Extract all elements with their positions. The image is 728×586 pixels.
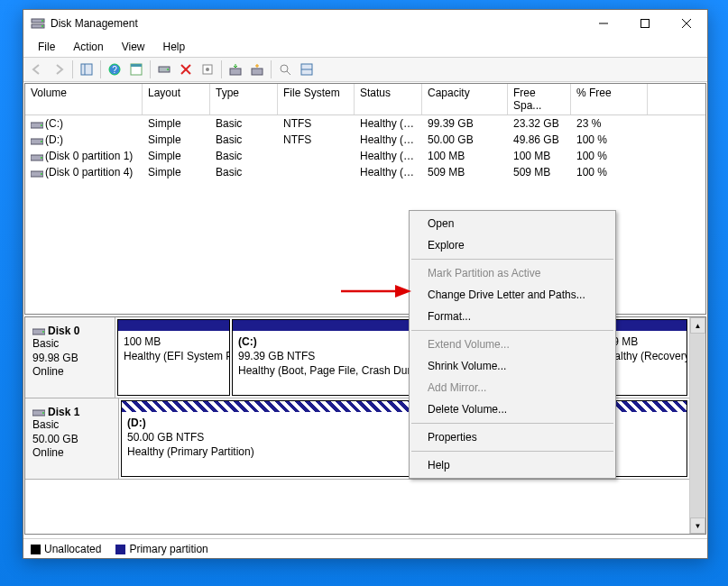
settings-icon[interactable] — [126, 60, 146, 79]
menu-separator — [411, 259, 613, 260]
forward-button[interactable] — [49, 60, 69, 79]
toolbar: ? — [23, 57, 707, 82]
context-menu: OpenExploreMark Partition as ActiveChang… — [409, 210, 616, 479]
col-capacity[interactable]: Capacity — [422, 84, 508, 114]
menu-item[interactable]: Explore — [410, 234, 615, 256]
disk-info[interactable]: Disk 0Basic99.98 GBOnline — [25, 317, 115, 398]
svg-point-35 — [42, 331, 44, 333]
menu-item[interactable]: Format... — [410, 306, 615, 327]
window-title: Disk Management — [51, 17, 583, 30]
menubar: File Action View Help — [23, 37, 707, 57]
scroll-up-icon[interactable]: ▲ — [690, 317, 705, 334]
menu-action[interactable]: Action — [66, 39, 110, 55]
svg-point-15 — [167, 69, 169, 70]
menu-item: Mark Partition as Active — [410, 262, 615, 284]
menu-item[interactable]: Delete Volume... — [410, 398, 615, 420]
menu-separator — [411, 330, 613, 331]
legend: Unallocated Primary partition — [23, 538, 707, 558]
menu-item: Add Mirror... — [410, 377, 615, 398]
svg-rect-21 — [252, 69, 263, 75]
legend-unallocated: Unallocated — [31, 543, 101, 555]
refresh-icon[interactable] — [226, 60, 245, 79]
table-row[interactable]: (D:)SimpleBasicNTFSHealthy (P...50.00 GB… — [25, 132, 705, 148]
col-filesystem[interactable]: File System — [278, 84, 355, 114]
help-icon[interactable]: ? — [105, 60, 124, 79]
svg-point-3 — [41, 25, 43, 27]
svg-point-2 — [41, 20, 43, 22]
menu-item[interactable]: Shrink Volume... — [410, 355, 615, 377]
minimize-button[interactable] — [583, 10, 624, 37]
menu-item[interactable]: Open — [410, 213, 615, 234]
view-bottom-icon[interactable] — [297, 60, 317, 79]
svg-text:?: ? — [112, 65, 117, 75]
svg-point-33 — [41, 173, 42, 175]
disk-info[interactable]: Disk 1Basic50.00 GBOnline — [25, 398, 119, 479]
menu-view[interactable]: View — [115, 39, 152, 55]
scroll-down-icon[interactable]: ▼ — [690, 517, 705, 534]
menu-item[interactable]: Help — [410, 454, 615, 476]
svg-point-27 — [41, 124, 42, 126]
svg-rect-5 — [641, 20, 650, 28]
col-layout[interactable]: Layout — [143, 84, 210, 114]
delete-icon[interactable] — [176, 60, 196, 79]
disk-scrollbar[interactable]: ▲ ▼ — [689, 317, 705, 534]
app-icon — [31, 16, 45, 31]
back-button[interactable] — [27, 60, 47, 79]
titlebar: Disk Management — [23, 10, 707, 37]
col-percentfree[interactable]: % Free — [571, 84, 648, 114]
col-type[interactable]: Type — [210, 84, 278, 114]
menu-separator — [411, 451, 613, 452]
menu-help[interactable]: Help — [156, 39, 193, 55]
svg-rect-13 — [131, 64, 142, 67]
legend-primary: Primary partition — [115, 543, 207, 555]
menu-item: Extend Volume... — [410, 334, 615, 355]
col-volume[interactable]: Volume — [25, 84, 143, 114]
close-button[interactable] — [666, 10, 707, 37]
col-freespace[interactable]: Free Spa... — [508, 84, 571, 114]
partition[interactable]: 100 MBHealthy (EFI System Partition) — [117, 319, 230, 396]
svg-line-23 — [287, 71, 290, 75]
svg-rect-20 — [230, 69, 241, 75]
properties-icon[interactable] — [198, 60, 217, 79]
col-status[interactable]: Status — [355, 84, 422, 114]
svg-point-22 — [281, 65, 288, 72]
table-row[interactable]: (Disk 0 partition 4)SimpleBasicHealthy (… — [25, 164, 705, 180]
svg-point-29 — [41, 141, 42, 142]
svg-point-31 — [41, 157, 42, 159]
window-controls — [583, 10, 707, 37]
view-top-icon[interactable] — [275, 60, 295, 79]
menu-item[interactable]: Properties — [410, 426, 615, 448]
table-row[interactable]: (Disk 0 partition 1)SimpleBasicHealthy (… — [25, 148, 705, 164]
menu-item[interactable]: Change Drive Letter and Paths... — [410, 284, 615, 306]
svg-rect-8 — [81, 64, 92, 75]
volume-list-header: Volume Layout Type File System Status Ca… — [25, 84, 705, 115]
rescan-icon[interactable] — [247, 60, 267, 79]
show-hide-console-tree-icon[interactable] — [77, 60, 97, 79]
maximize-button[interactable] — [624, 10, 666, 37]
menu-separator — [411, 423, 613, 424]
svg-point-37 — [42, 412, 44, 414]
svg-point-19 — [206, 68, 209, 71]
action-icon[interactable] — [154, 60, 174, 79]
menu-file[interactable]: File — [31, 39, 62, 55]
table-row[interactable]: (C:)SimpleBasicNTFSHealthy (B...99.39 GB… — [25, 115, 705, 132]
